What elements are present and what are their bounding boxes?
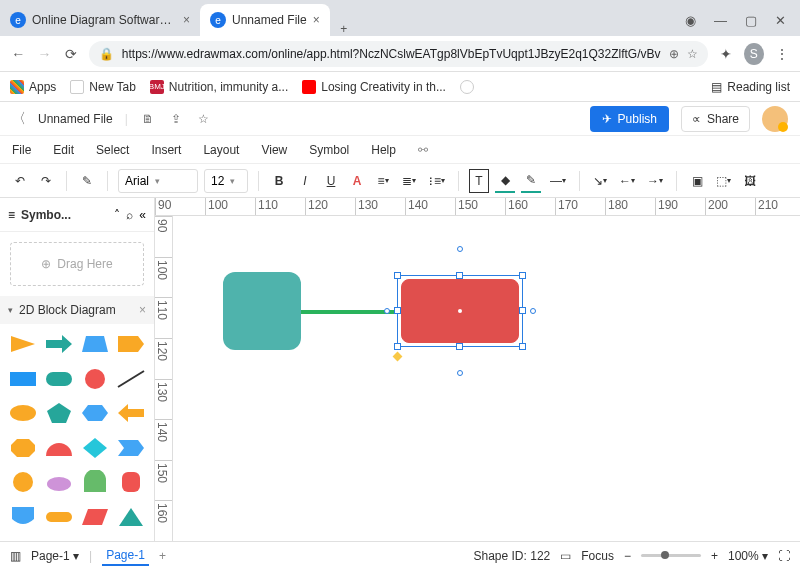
page-tab[interactable]: Page-1 <box>102 546 149 566</box>
search-icon[interactable]: ⌕ <box>126 208 133 222</box>
zoom-level[interactable]: 100% ▾ <box>728 549 768 563</box>
star-icon[interactable]: ☆ <box>196 112 212 126</box>
zoom-out-button[interactable]: − <box>624 549 631 563</box>
menu-edit[interactable]: Edit <box>53 143 74 157</box>
link-icon[interactable]: ⚯ <box>418 143 428 157</box>
shape-barrel[interactable] <box>116 470 146 494</box>
new-tab-button[interactable]: + <box>330 22 358 36</box>
page-select[interactable]: Page-1 ▾ <box>31 549 79 563</box>
resize-handle[interactable] <box>394 272 401 279</box>
align-button[interactable]: ≡▾ <box>373 169 393 193</box>
resize-handle[interactable] <box>456 343 463 350</box>
group-button[interactable]: ▣ <box>687 169 707 193</box>
menu-file[interactable]: File <box>12 143 31 157</box>
presentation-icon[interactable]: ▭ <box>560 549 571 563</box>
connection-point[interactable] <box>457 246 463 252</box>
zoom-in-button[interactable]: + <box>711 549 718 563</box>
zoom-slider[interactable] <box>641 554 701 557</box>
close-icon[interactable]: × <box>313 13 320 27</box>
shape-triangle-up[interactable] <box>116 505 146 529</box>
file-title[interactable]: Unnamed File <box>38 112 113 126</box>
menu-icon[interactable]: ⋮ <box>774 46 790 62</box>
apps-bookmark[interactable]: Apps <box>10 80 56 94</box>
drag-here-zone[interactable]: ⊕Drag Here <box>10 242 144 286</box>
extensions-icon[interactable]: ✦ <box>718 46 734 62</box>
arrow-start-button[interactable]: ←▾ <box>616 169 638 193</box>
resize-handle[interactable] <box>519 343 526 350</box>
section-2d-block[interactable]: ▾ 2D Block Diagram × <box>0 296 154 324</box>
profile-avatar[interactable]: S <box>744 43 764 65</box>
back-icon[interactable]: 〈 <box>12 110 26 128</box>
arrange-button[interactable]: ⬚▾ <box>713 169 734 193</box>
menu-select[interactable]: Select <box>96 143 129 157</box>
menu-symbol[interactable]: Symbol <box>309 143 349 157</box>
browser-tab[interactable]: e Online Diagram Software - EdrawM × <box>0 4 200 36</box>
share-button[interactable]: ∝Share <box>681 106 750 132</box>
pages-icon[interactable]: ▥ <box>10 549 21 563</box>
browser-tab-active[interactable]: e Unnamed File × <box>200 4 330 36</box>
line-button[interactable]: ✎ <box>521 169 541 193</box>
italic-button[interactable]: I <box>295 169 315 193</box>
shape-rect[interactable] <box>8 367 38 391</box>
menu-view[interactable]: View <box>261 143 287 157</box>
spacing-button[interactable]: ⫶≡▾ <box>425 169 448 193</box>
menu-layout[interactable]: Layout <box>203 143 239 157</box>
image-button[interactable]: 🖼 <box>740 169 760 193</box>
fullscreen-icon[interactable]: ⛶ <box>778 549 790 563</box>
shape-shield[interactable] <box>8 505 38 529</box>
arrow-end-button[interactable]: →▾ <box>644 169 666 193</box>
close-icon[interactable]: × <box>139 303 146 317</box>
shape-flag[interactable] <box>116 332 146 356</box>
reading-list[interactable]: ▤Reading list <box>711 80 790 94</box>
resize-handle[interactable] <box>394 343 401 350</box>
shape-arch[interactable] <box>80 470 110 494</box>
font-select[interactable]: Arial▾ <box>118 169 198 193</box>
resize-handle[interactable] <box>394 307 401 314</box>
shape-cloud[interactable] <box>44 470 74 494</box>
resize-handle[interactable] <box>519 307 526 314</box>
shape-triangle[interactable] <box>8 332 38 356</box>
minimize-icon[interactable]: — <box>714 13 727 28</box>
shape-trapezoid[interactable] <box>80 332 110 356</box>
font-color-button[interactable]: A <box>347 169 367 193</box>
star-icon[interactable]: ☆ <box>687 47 698 61</box>
shape-pill[interactable] <box>44 505 74 529</box>
record-icon[interactable]: ◉ <box>685 13 696 28</box>
connection-point[interactable] <box>530 308 536 314</box>
shape-octagon[interactable] <box>8 436 38 460</box>
close-icon[interactable]: × <box>183 13 190 27</box>
shape-arrow-left[interactable] <box>116 401 146 425</box>
collapse-icon[interactable]: « <box>139 208 146 222</box>
workspace-canvas[interactable] <box>173 216 800 541</box>
connector-button[interactable]: ↘▾ <box>590 169 610 193</box>
shape-circle[interactable] <box>80 367 110 391</box>
format-painter-button[interactable]: ✎ <box>77 169 97 193</box>
url-input[interactable]: 🔒 https://www.edrawmax.com/online/app.ht… <box>89 41 708 67</box>
save-icon[interactable]: 🗎 <box>140 112 156 126</box>
shape-parallelogram[interactable] <box>80 505 110 529</box>
selection-box[interactable] <box>397 275 523 347</box>
redo-button[interactable]: ↷ <box>36 169 56 193</box>
shape-pentagon[interactable] <box>44 401 74 425</box>
shape-arrow[interactable] <box>44 332 74 356</box>
shape-halfcircle[interactable] <box>44 436 74 460</box>
resize-handle[interactable] <box>456 272 463 279</box>
valign-button[interactable]: ≣▾ <box>399 169 419 193</box>
bold-button[interactable]: B <box>269 169 289 193</box>
fill-button[interactable]: ◆ <box>495 169 515 193</box>
shape-ellipse[interactable] <box>8 401 38 425</box>
underline-button[interactable]: U <box>321 169 341 193</box>
shape-line[interactable] <box>116 367 146 391</box>
bookmark-item[interactable]: BMJNutrition, immunity a... <box>150 80 288 94</box>
publish-button[interactable]: ✈Publish <box>590 106 669 132</box>
chevron-up-icon[interactable]: ˄ <box>114 208 120 222</box>
resize-handle[interactable] <box>519 272 526 279</box>
close-window-icon[interactable]: ✕ <box>775 13 786 28</box>
export-icon[interactable]: ⇪ <box>168 112 184 126</box>
bookmark-item[interactable] <box>460 80 474 94</box>
font-size-select[interactable]: 12▾ <box>204 169 248 193</box>
translate-icon[interactable]: ⊕ <box>669 47 679 61</box>
focus-button[interactable]: Focus <box>581 549 614 563</box>
add-page-button[interactable]: + <box>159 549 166 563</box>
connection-point[interactable] <box>384 308 390 314</box>
